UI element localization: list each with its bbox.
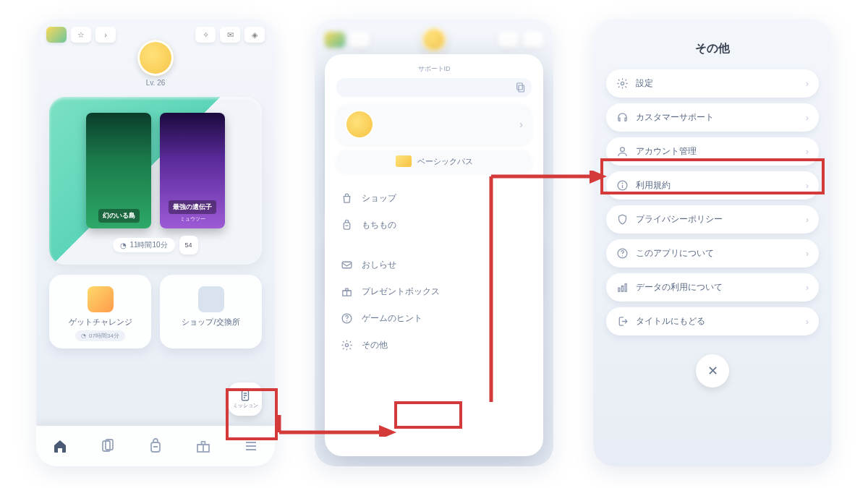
chevron-right-icon: ›	[806, 79, 809, 89]
backpack-icon	[341, 219, 353, 231]
banner-chip[interactable]	[46, 27, 67, 43]
pack-timer: 11時間10分	[113, 238, 174, 252]
tab-cards[interactable]	[99, 437, 116, 455]
gear-icon	[616, 77, 629, 90]
cube-icon[interactable]: ◈	[244, 27, 265, 43]
item-about[interactable]: このアプリについて›	[606, 239, 819, 267]
chevron-right-icon[interactable]: ›	[95, 27, 116, 43]
user-icon	[616, 145, 629, 158]
item-privacy[interactable]: プライバシーポリシー›	[606, 205, 819, 234]
tab-menu[interactable]	[242, 437, 260, 455]
pack-1[interactable]: 幻のいる島	[86, 113, 151, 228]
level-label: Lv. 26	[36, 79, 275, 87]
headset-icon	[616, 111, 629, 124]
screen-other: その他 設定› カスタマーサポート› アカウント管理› 利用規約› プライバシー…	[593, 18, 832, 466]
support-id-field[interactable]	[336, 78, 532, 97]
pack-card[interactable]: 幻のいる島 最強の遺伝子 ミュウツー 11時間10分 54	[49, 97, 262, 265]
shop-button[interactable]: ショップ/交換所	[160, 275, 262, 348]
item-support[interactable]: カスタマーサポート›	[606, 103, 819, 132]
screen-home: ☆ › ✧ ✉ ◈ Lv. 26 幻のいる島 最強の遺伝子 ミュウツー 11時間…	[36, 18, 275, 466]
item-title[interactable]: タイトルにもどる›	[606, 307, 819, 335]
page-title: その他	[593, 18, 832, 69]
profile-row[interactable]: ›	[336, 104, 532, 145]
challenge-timer: ◔ 07時間34分	[75, 330, 125, 341]
mission-button[interactable]: ミッション	[229, 382, 262, 416]
item-account[interactable]: アカウント管理›	[606, 137, 819, 166]
help-icon	[616, 247, 629, 260]
chevron-right-icon: ›	[519, 119, 523, 130]
pass-row[interactable]: ベーシックパス	[336, 150, 532, 172]
shop-icon	[198, 286, 224, 312]
challenge-icon	[88, 286, 114, 312]
support-id-label: サポートID	[336, 64, 532, 74]
arrow-2	[462, 171, 607, 416]
info-icon	[616, 179, 629, 192]
item-data[interactable]: データの利用について›	[606, 273, 819, 301]
bag-icon	[341, 192, 353, 205]
settings-list: 設定› カスタマーサポート› アカウント管理› 利用規約› プライバシーポリシー…	[593, 69, 832, 335]
tab-battle[interactable]	[195, 437, 212, 455]
avatar-icon	[137, 40, 174, 76]
mission-icon	[239, 389, 252, 402]
top-bar: ☆ › ✧ ✉ ◈	[36, 18, 275, 43]
tab-social[interactable]	[147, 437, 164, 455]
add-chip[interactable]: ☆	[71, 27, 91, 43]
tab-bar	[36, 426, 275, 466]
svg-marker-26	[590, 171, 607, 184]
avatar-icon	[345, 110, 374, 139]
sparkle-icon[interactable]: ✧	[195, 27, 216, 43]
gear-icon	[341, 339, 353, 351]
gem-count[interactable]: 54	[179, 236, 198, 254]
svg-marker-23	[379, 425, 396, 437]
pass-badge-icon	[396, 155, 412, 167]
tab-home[interactable]	[51, 437, 69, 455]
chart-icon	[616, 281, 629, 294]
profile[interactable]: Lv. 26	[36, 40, 275, 87]
copy-icon[interactable]	[514, 81, 527, 94]
item-settings[interactable]: 設定›	[606, 69, 819, 98]
help-icon	[341, 312, 353, 325]
item-terms[interactable]: 利用規約›	[606, 171, 819, 200]
logout-icon	[616, 315, 629, 328]
arrow-1	[278, 408, 396, 437]
mail-icon	[341, 259, 353, 271]
get-challenge-button[interactable]: ゲットチャレンジ ◔ 07時間34分	[49, 275, 151, 348]
gift-icon	[341, 286, 353, 298]
shield-icon	[616, 213, 629, 226]
pack-2[interactable]: 最強の遺伝子 ミュウツー	[160, 113, 225, 228]
close-button[interactable]: ✕	[696, 354, 729, 388]
mail-icon[interactable]: ✉	[220, 27, 240, 43]
